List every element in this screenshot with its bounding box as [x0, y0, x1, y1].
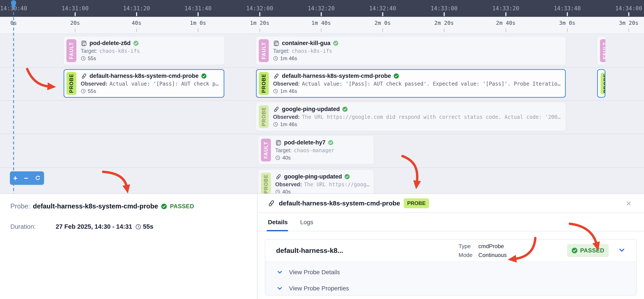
card-name: default-harness-k8s-system-cmd-probe: [282, 73, 391, 79]
duration-time: 55s: [143, 223, 153, 230]
timeline-zoom-controls: + −: [10, 171, 44, 185]
view-probe-details-toggle[interactable]: View Probe Details: [276, 269, 340, 276]
relative-tick-label: 2m 40s: [496, 20, 516, 26]
close-icon[interactable]: [626, 200, 632, 208]
success-check-icon: [201, 73, 207, 79]
duration: 55s: [88, 88, 96, 94]
relative-tick-label: 3m 0s: [559, 20, 575, 26]
absolute-tick-label: 14:31:40: [184, 5, 211, 12]
target-label: Target:: [275, 147, 292, 153]
absolute-tick-label: 14:32:00: [246, 5, 273, 12]
absolute-tick-label: 14:32:20: [308, 5, 334, 12]
view-probe-properties-toggle[interactable]: View Probe Properties: [276, 285, 349, 292]
zoom-out-button[interactable]: −: [24, 174, 28, 182]
fault-badge: FAULT: [261, 139, 271, 161]
time-tick: [567, 28, 568, 32]
fault-icon: [275, 139, 282, 146]
success-check-icon: [342, 106, 348, 112]
panel-title: default-harness-k8s-system-cmd-probe: [279, 200, 400, 207]
fault-badge: FAULT: [259, 39, 269, 62]
zoom-reset-button[interactable]: [35, 175, 41, 181]
timeline-card-probe-selected[interactable]: PROBE default-harness-k8s-system-cmd-pro…: [256, 69, 566, 98]
time-tick: [198, 28, 198, 32]
probe-type-mode: Type cmdProbe Mode Continuous: [458, 243, 507, 259]
success-check-icon: [133, 40, 139, 46]
success-check-icon: [333, 40, 338, 46]
time-tick: [382, 28, 383, 32]
mode-label: Mode: [458, 252, 473, 259]
time-tick: [567, 12, 568, 16]
timeline-card-fault[interactable]: FAULT container-kill-gua Target: chaos-k…: [256, 36, 566, 65]
probe-badge: PROBE: [259, 72, 269, 95]
tab-logs[interactable]: Logs: [300, 219, 313, 226]
relative-tick-label: 2m 0s: [374, 20, 390, 26]
row-separator: [0, 67, 644, 68]
tab-details[interactable]: Details: [268, 219, 288, 226]
observed-value: Actual value: '[Pass]: AUT check passed'…: [110, 81, 220, 87]
time-tick: [75, 28, 76, 32]
zoom-in-button[interactable]: +: [13, 174, 18, 182]
card-name: pod-delete-hy7: [284, 139, 326, 146]
timeline-card-probe-selected[interactable]: PROBE default-harness-k8s-system-cmd-pro…: [64, 69, 224, 98]
active-tab-underline: [266, 230, 288, 231]
fault-badge: FAULT: [600, 39, 606, 62]
probe-badge: PROBE: [261, 173, 271, 196]
row-separator: [0, 168, 644, 168]
probe-name: default-harness-k8s-system-cmd-probe: [33, 202, 158, 210]
observed-value: The URL https://google.com…: [304, 182, 370, 188]
clock-icon: [81, 56, 86, 61]
probe-badge: PROBE: [66, 72, 76, 95]
fault-badge: FAULT: [66, 39, 76, 62]
probe-badge: PROBE: [259, 105, 269, 128]
relative-tick-label: 40s: [132, 20, 141, 26]
time-tick: [321, 28, 322, 32]
success-check-icon: [328, 140, 334, 146]
card-name: google-ping-updated: [282, 106, 340, 112]
target-value: chaos-k8s-ifs: [99, 48, 140, 54]
status-badge: PASSED: [567, 244, 609, 257]
observed-label: Observed:: [273, 114, 300, 120]
time-tick: [259, 12, 260, 16]
relative-tick-label: 1m 20s: [250, 20, 270, 26]
probe-type-badge: PROBE: [404, 198, 429, 208]
target-label: Target:: [273, 48, 290, 54]
probe-details-panel: default-harness-k8s-system-cmd-probe PRO…: [257, 193, 644, 299]
duration: 40s: [282, 155, 291, 161]
absolute-tick-label: 14:32:40: [369, 5, 396, 12]
time-tick: [382, 12, 383, 16]
duration: 1m 46s: [280, 88, 297, 94]
target-value: chaos-manager: [294, 147, 334, 153]
probe-icon: [273, 73, 280, 79]
observed-label: Observed:: [81, 81, 108, 87]
probe-result-name: default-harness-k8...: [276, 247, 343, 255]
observed-label: Observed:: [273, 81, 300, 87]
absolute-tick-label: 14:33:40: [554, 5, 580, 12]
target-label: Target:: [81, 48, 97, 54]
success-check-icon: [344, 174, 350, 180]
row-separator: [0, 100, 644, 101]
timeline-card-probe[interactable]: PROBE google-ping-updated Observed: The …: [256, 102, 566, 131]
duration: 1m 46s: [280, 121, 297, 127]
absolute-tick-label: 14:31:00: [62, 5, 88, 12]
timeline-card-probe-clipped[interactable]: PROBE: [597, 69, 606, 98]
observed-label: Observed:: [275, 181, 302, 188]
expand-chevron-down-icon[interactable]: [618, 247, 626, 254]
success-check-icon: [161, 203, 167, 210]
probe-badge: PROBE: [601, 73, 606, 94]
clock-icon: [135, 224, 141, 230]
time-tick: [444, 12, 445, 16]
time-tick: [506, 28, 506, 32]
time-tick: [260, 28, 260, 32]
probe-result-card-header: default-harness-k8... Type cmdProbe Mode…: [265, 240, 636, 262]
timeline-card-fault[interactable]: FAULT pod-delete-z6d Target: chaos-k8s-i…: [64, 36, 224, 65]
probe-icon: [273, 106, 280, 112]
clock-icon: [81, 89, 86, 94]
card-name: container-kill-gua: [282, 40, 330, 46]
timeline-card-fault[interactable]: FAULT pod-delete-hy7 Target: chaos-manag…: [258, 136, 374, 164]
target-value: chaos-k8s-ifs: [292, 48, 332, 54]
duration-value: 27 Feb 2025, 14:30 - 14:31: [56, 223, 132, 230]
timeline-card-fault-clipped[interactable]: FAULT: [597, 36, 606, 65]
playhead-marker[interactable]: [10, 0, 16, 9]
time-tick: [444, 28, 444, 32]
clock-icon: [275, 155, 280, 160]
